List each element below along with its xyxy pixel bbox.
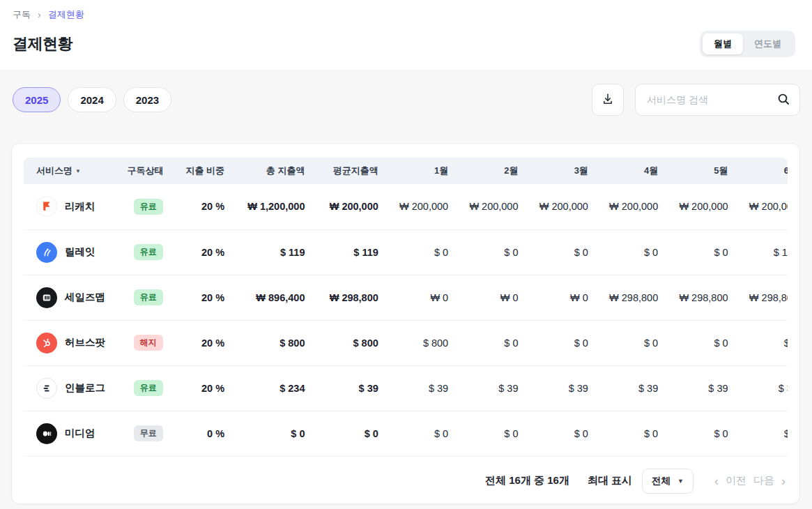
chevron-right-icon[interactable]: › bbox=[781, 475, 786, 487]
total-spend-cell: ₩ 1,200,000 bbox=[236, 184, 316, 229]
month-5-spend-cell: $ 0 bbox=[669, 320, 739, 365]
hubspot-logo-icon bbox=[36, 333, 57, 354]
table-row[interactable]: 인블로그유료20 %$ 234$ 39$ 39$ 39$ 39$ 39$ 39$… bbox=[24, 365, 788, 411]
month-2-spend-cell: $ 39 bbox=[459, 365, 529, 411]
month-6-spend-cell: $ 0 bbox=[740, 320, 788, 365]
month-6-spend-cell: $ 39 bbox=[740, 365, 788, 411]
table-scroll-area[interactable]: 서비스명▼구독상태지출 비중총 지출액평균지출액1월2월3월4월5월6월 리캐치… bbox=[24, 158, 788, 457]
prev-page-button[interactable]: 이전 bbox=[726, 474, 746, 487]
column-header-month-2[interactable]: 2월 bbox=[459, 158, 529, 184]
toolbar-right bbox=[592, 84, 800, 116]
payment-status-page: 구독 › 결제현황 결제현황 월별 연도별 202520242023 bbox=[0, 0, 812, 504]
next-page-button[interactable]: 다음 bbox=[753, 474, 774, 487]
year-filter-group: 202520242023 bbox=[11, 87, 171, 112]
status-badge: 유료 bbox=[134, 380, 163, 396]
total-spend-cell: $ 119 bbox=[236, 229, 316, 275]
medium-logo-icon bbox=[36, 423, 57, 444]
month-1-spend-cell: ₩ 0 bbox=[390, 275, 459, 320]
column-header-month-6[interactable]: 6월 bbox=[740, 158, 788, 184]
month-4-spend-cell: $ 0 bbox=[599, 229, 669, 275]
average-spend-cell: $ 0 bbox=[316, 411, 389, 456]
year-filter-2024[interactable]: 2024 bbox=[68, 87, 116, 112]
payments-table: 서비스명▼구독상태지출 비중총 지출액평균지출액1월2월3월4월5월6월 리캐치… bbox=[24, 158, 788, 457]
month-6-spend-cell: ₩ 200,000 bbox=[740, 184, 788, 229]
month-5-spend-cell: ₩ 200,000 bbox=[669, 184, 739, 229]
breadcrumb: 구독 › 결제현황 bbox=[13, 8, 795, 21]
breadcrumb-link-subscription[interactable]: 구독 bbox=[13, 8, 31, 21]
year-filter-2023[interactable]: 2023 bbox=[123, 87, 171, 112]
period-toggle: 월별 연도별 bbox=[700, 31, 795, 57]
chevron-left-icon[interactable]: ‹ bbox=[714, 475, 719, 487]
column-header-month-4[interactable]: 4월 bbox=[599, 158, 669, 184]
toggle-yearly-button[interactable]: 연도별 bbox=[743, 33, 792, 54]
sort-desc-icon: ▼ bbox=[75, 168, 81, 174]
service-name: 릴레잇 bbox=[65, 245, 95, 259]
table-row[interactable]: 릴레잇유료20 %$ 119$ 119$ 0$ 0$ 0$ 0$ 0$ 119 bbox=[24, 229, 788, 275]
table-row[interactable]: 허브스팟해지20 %$ 800$ 800$ 800$ 0$ 0$ 0$ 0$ 0 bbox=[24, 320, 788, 365]
search-icon[interactable] bbox=[776, 92, 791, 109]
column-header-status[interactable]: 구독상태 bbox=[114, 158, 174, 184]
service-name: 리캐치 bbox=[65, 200, 95, 213]
month-1-spend-cell: $ 0 bbox=[390, 229, 459, 275]
total-spend-cell: $ 0 bbox=[236, 411, 316, 456]
table-row[interactable]: 미디엄무료0 %$ 0$ 0$ 0$ 0$ 0$ 0$ 0$ 0 bbox=[24, 411, 788, 456]
search-box bbox=[635, 84, 800, 116]
month-4-spend-cell: ₩ 200,000 bbox=[599, 184, 669, 229]
service-name: 허브스팟 bbox=[65, 336, 105, 349]
spend-share-cell: 20 % bbox=[174, 365, 236, 411]
download-icon bbox=[601, 92, 615, 108]
content-area: 202520242023 bbox=[0, 70, 812, 504]
breadcrumb-current-payments[interactable]: 결제현황 bbox=[48, 8, 84, 21]
month-2-spend-cell: $ 0 bbox=[459, 411, 529, 456]
column-header-share[interactable]: 지출 비중 bbox=[174, 158, 236, 184]
month-3-spend-cell: ₩ 200,000 bbox=[530, 184, 599, 229]
page-size-select[interactable]: 전체 ▼ bbox=[642, 469, 694, 494]
status-badge: 유료 bbox=[134, 244, 163, 260]
total-spend-cell: $ 800 bbox=[236, 320, 316, 365]
month-3-spend-cell: ₩ 0 bbox=[530, 275, 599, 320]
month-1-spend-cell: $ 800 bbox=[390, 320, 459, 365]
toggle-monthly-button[interactable]: 월별 bbox=[703, 33, 743, 54]
relate-logo-icon bbox=[36, 242, 57, 263]
month-2-spend-cell: ₩ 0 bbox=[459, 275, 529, 320]
month-3-spend-cell: $ 0 bbox=[530, 320, 599, 365]
status-badge: 유료 bbox=[134, 199, 163, 215]
status-badge: 유료 bbox=[134, 289, 163, 305]
month-1-spend-cell: ₩ 200,000 bbox=[390, 184, 459, 229]
service-name: 세일즈맵 bbox=[65, 291, 105, 304]
table-row[interactable]: 리캐치유료20 %₩ 1,200,000₩ 200,000₩ 200,000₩ … bbox=[24, 184, 788, 229]
spend-share-cell: 20 % bbox=[174, 229, 236, 275]
year-filter-2025[interactable]: 2025 bbox=[13, 87, 61, 112]
payments-table-card: 서비스명▼구독상태지출 비중총 지출액평균지출액1월2월3월4월5월6월 리캐치… bbox=[11, 143, 800, 504]
table-row[interactable]: 세일즈맵유료20 %₩ 896,400₩ 298,800₩ 0₩ 0₩ 0₩ 2… bbox=[24, 275, 788, 320]
month-4-spend-cell: $ 0 bbox=[599, 320, 669, 365]
table-footer: 전체 16개 중 16개 최대 표시 전체 ▼ ‹ 이전 다음 › bbox=[24, 457, 788, 506]
column-header-month-1[interactable]: 1월 bbox=[390, 158, 459, 184]
month-1-spend-cell: $ 0 bbox=[390, 411, 459, 456]
chevron-down-icon: ▼ bbox=[677, 478, 684, 485]
page-title: 결제현황 bbox=[13, 33, 72, 54]
month-4-spend-cell: $ 39 bbox=[599, 365, 669, 411]
service-name: 인블로그 bbox=[65, 381, 105, 395]
month-6-spend-cell: ₩ 298,800 bbox=[740, 275, 788, 320]
column-header-service[interactable]: 서비스명▼ bbox=[24, 158, 114, 184]
inblog-logo-icon bbox=[36, 378, 57, 399]
column-header-month-5[interactable]: 5월 bbox=[669, 158, 739, 184]
page-size-value: 전체 bbox=[652, 475, 671, 487]
average-spend-cell: ₩ 298,800 bbox=[316, 275, 389, 320]
page-header: 구독 › 결제현황 결제현황 월별 연도별 bbox=[0, 0, 812, 70]
column-header-average[interactable]: 평균지출액 bbox=[316, 158, 389, 184]
pagination: ‹ 이전 다음 › bbox=[714, 474, 786, 487]
month-4-spend-cell: ₩ 298,800 bbox=[599, 275, 669, 320]
average-spend-cell: $ 119 bbox=[316, 229, 389, 275]
table-controls: 202520242023 bbox=[11, 84, 800, 116]
column-header-month-3[interactable]: 3월 bbox=[530, 158, 599, 184]
download-button[interactable] bbox=[592, 84, 624, 116]
average-spend-cell: $ 800 bbox=[316, 320, 389, 365]
search-input[interactable] bbox=[635, 84, 800, 116]
month-6-spend-cell: $ 0 bbox=[740, 411, 788, 456]
column-header-total[interactable]: 총 지출액 bbox=[236, 158, 316, 184]
chevron-right-icon: › bbox=[38, 10, 41, 20]
max-display-label: 최대 표시 bbox=[588, 474, 632, 487]
month-2-spend-cell: ₩ 200,000 bbox=[459, 184, 529, 229]
